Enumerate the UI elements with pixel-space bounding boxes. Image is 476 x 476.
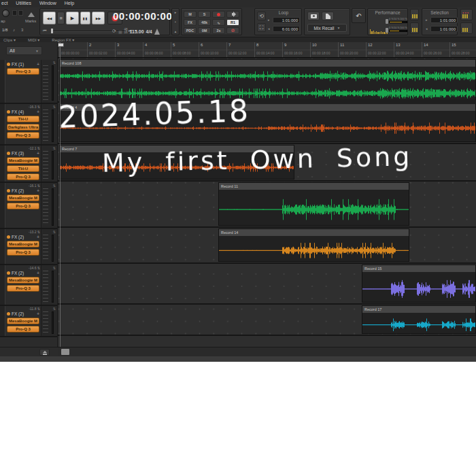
undo-button[interactable]: ↶ <box>352 8 366 23</box>
track-lane[interactable]: Record 11 <box>58 182 476 228</box>
meter-arrows-icon[interactable]: ⇅ <box>53 184 56 188</box>
ruler-mark[interactable]: 400:00:06:00 <box>143 42 171 58</box>
record-meter-button[interactable]: ●●● <box>460 9 473 20</box>
audio-clip[interactable]: Record 7 <box>59 145 294 180</box>
track-grip[interactable] <box>0 146 5 182</box>
mix-recall-dropdown[interactable]: Mix Recall▼ <box>307 24 347 32</box>
loop-start-field[interactable]: 1:01:000 <box>273 17 300 23</box>
track-grip[interactable] <box>0 306 5 336</box>
tempo-value[interactable]: 115.00 <box>130 29 144 34</box>
ruler-mark[interactable]: 700:00:12:00 <box>226 42 254 58</box>
track-lane[interactable]: Record 4 <box>58 103 476 144</box>
track-grip[interactable] <box>0 183 5 228</box>
menu-item-utilities[interactable]: Utilities <box>16 1 31 7</box>
track-lane[interactable]: Record 14 <box>58 228 476 264</box>
fx-plugin-button[interactable]: TH-U <box>7 165 39 172</box>
grid-button-0m[interactable]: 0M <box>198 27 211 34</box>
loop-toggle-icon[interactable]: ⟲ <box>257 12 266 20</box>
track-lane[interactable]: Record 108 <box>58 58 476 103</box>
track-grip[interactable] <box>0 104 5 144</box>
meter-arrows-icon[interactable]: ⇅ <box>53 266 56 270</box>
fx-power-icon[interactable] <box>7 110 10 114</box>
fx-power-icon[interactable] <box>7 271 10 275</box>
audio-clip[interactable]: Record 11 <box>218 182 409 226</box>
add-fx-icon[interactable]: + <box>37 311 39 316</box>
snapshot-button[interactable] <box>307 12 320 20</box>
add-fx-icon[interactable]: + <box>37 188 39 193</box>
playhead-marker[interactable] <box>58 43 64 47</box>
ruler-mark[interactable]: 900:00:16:00 <box>282 42 310 58</box>
fx-plugin-button[interactable]: MesaBoogie M <box>7 318 39 324</box>
meter-arrows-icon[interactable]: ⇅ <box>53 61 56 65</box>
track-grip[interactable] <box>0 60 5 103</box>
time-signature[interactable]: 4/4 <box>146 29 152 34</box>
menu-item-help[interactable]: Help <box>65 1 74 7</box>
dot-mini-icon[interactable]: • <box>175 20 176 24</box>
play-mini-icon[interactable]: ▸ <box>175 10 177 14</box>
grid-button-pdc[interactable]: PDC <box>184 27 197 34</box>
playhead-line[interactable] <box>60 42 61 347</box>
meter-button-bottom[interactable] <box>410 22 419 34</box>
grid-button-s[interactable]: S <box>198 11 211 18</box>
track-grip[interactable] <box>0 229 5 264</box>
scrollbar-track[interactable] <box>58 347 476 356</box>
knob-icon[interactable] <box>2 10 10 17</box>
add-fx-icon[interactable]: + <box>37 235 39 239</box>
track-lane[interactable]: Record 7 <box>58 144 476 182</box>
ruler-mark[interactable]: 1100:00:20:00 <box>338 42 366 58</box>
fast-forward-button[interactable]: ▶▶ <box>92 12 105 24</box>
fx-power-icon[interactable] <box>7 63 10 66</box>
record-dot-cell[interactable] <box>212 11 225 18</box>
fx-plugin-button[interactable]: Darkglass Ultra <box>7 124 39 131</box>
ruler-mark[interactable]: 1000:00:18:00 <box>310 42 338 58</box>
fx-plugin-button[interactable]: Pro-Q 3 <box>7 173 39 180</box>
add-fx-icon[interactable]: + <box>37 62 39 67</box>
tab-midi[interactable]: MIDI ▾ <box>28 37 39 42</box>
track-lane[interactable]: Record 15 <box>58 264 476 305</box>
pause-button[interactable]: ▮▮ <box>80 12 90 24</box>
ruler-mark[interactable]: 1300:00:24:00 <box>394 42 422 58</box>
metronome-mini-icon[interactable]: ▴ <box>175 29 177 33</box>
grid-button-2x[interactable]: 2x <box>212 27 225 34</box>
scene-file-button[interactable] <box>322 12 334 20</box>
ruler-mark[interactable]: 800:00:14:00 <box>254 42 282 58</box>
add-fx-icon[interactable]: + <box>37 271 39 275</box>
ruler-mark[interactable]: 500:00:08:00 <box>171 42 199 58</box>
loop-end-field[interactable]: 6:01:000 <box>273 26 300 32</box>
tuplet-value[interactable]: 3 <box>21 28 23 32</box>
fx-power-icon[interactable] <box>7 235 10 239</box>
fx-plugin-button[interactable]: TH-U <box>7 116 39 122</box>
metronome-icon[interactable] <box>154 29 160 35</box>
add-fx-icon[interactable]: + <box>37 109 39 114</box>
track-grip[interactable] <box>0 265 5 305</box>
mic-off-cell[interactable]: ⊘ <box>226 27 239 34</box>
grid-button-r1[interactable]: R1 <box>226 19 239 26</box>
fx-plugin-button[interactable]: Pro-Q 3 <box>7 285 39 292</box>
add-fx-icon[interactable]: + <box>37 151 39 156</box>
meter-arrows-icon[interactable]: ⇅ <box>53 307 56 311</box>
audio-clip[interactable]: Record 108 <box>59 59 476 101</box>
timeline-ruler[interactable]: 100:00:00:00200:00:02:00300:00:04:00400:… <box>58 42 476 58</box>
scrollbar-thumb[interactable] <box>61 349 69 355</box>
go-to-start-icon[interactable]: ⏮ <box>43 29 46 33</box>
audio-clip[interactable]: Record 14 <box>218 228 409 262</box>
menu-item-window[interactable]: Window <box>39 1 56 7</box>
rewind-button[interactable]: ◀◀ <box>43 12 56 24</box>
meter-button-top[interactable] <box>410 9 419 20</box>
grid-button-fx[interactable]: FX <box>184 19 197 26</box>
position-slider-thumb[interactable] <box>51 29 53 33</box>
stop-button[interactable]: ■ <box>57 12 65 24</box>
fx-power-icon[interactable] <box>7 312 10 316</box>
note-icon[interactable]: ♪ <box>13 28 15 32</box>
meter-arrows-icon[interactable]: ⇅ <box>53 105 56 109</box>
fx-filter-dropdown[interactable]: All▼ <box>6 46 42 55</box>
toggle-square[interactable] <box>18 10 23 16</box>
speaker-cell[interactable] <box>226 11 239 18</box>
menu-item-project[interactable]: ect <box>1 1 7 7</box>
audio-clip[interactable]: Record 17 <box>362 305 476 334</box>
swing-cell[interactable]: ∿ <box>212 19 225 26</box>
sync-icon[interactable]: ⟳ <box>112 29 116 34</box>
loop-expand-icon[interactable]: ⛶ <box>257 23 266 32</box>
ruler-mark[interactable]: 1500:00:28:00 <box>449 42 476 58</box>
track-lane[interactable]: Record 17 <box>58 305 476 336</box>
